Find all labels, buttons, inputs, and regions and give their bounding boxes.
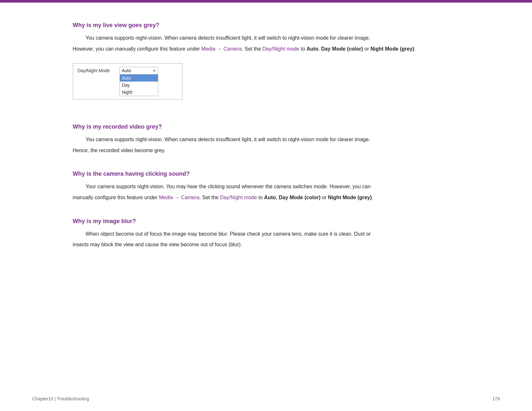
section-body-recorded-video: You camera supports night-vision. When c… [73, 135, 459, 154]
dropdown-widget[interactable]: Auto ▼ Auto Day Night [120, 67, 158, 96]
daynight-link-2[interactable]: Day/Night mode [220, 195, 257, 200]
section-clicking-sound: Why is the camera having clicking sound?… [73, 171, 459, 201]
footer-page-number: 179 [492, 396, 500, 401]
dropdown-option-night[interactable]: Night [120, 89, 158, 96]
footer: Chapter10 | Troubleshooting 179 [0, 396, 532, 401]
dropdown-option-day[interactable]: Day [120, 82, 158, 89]
footer-chapter: Chapter10 | Troubleshooting [32, 396, 89, 401]
media-link-2[interactable]: Media [159, 195, 173, 200]
night-mode-text-1: Night Mode (grey) [370, 46, 414, 52]
dropdown-option-auto[interactable]: Auto [120, 74, 158, 82]
section-title-recorded-video: Why is my recorded video grey? [73, 123, 459, 130]
section-live-view-grey: Why is my live view goes grey? You camer… [73, 22, 459, 107]
section-body-live-view-grey: You camera supports night-vision. When c… [73, 34, 459, 53]
dropdown-options: Auto Day Night [120, 74, 158, 96]
section-body-clicking-sound: Your camera supports night-vision. You m… [73, 182, 459, 201]
section-recorded-video-grey: Why is my recorded video grey? You camer… [73, 123, 459, 154]
paragraph-recorded-1: You camera supports night-vision. When c… [73, 135, 459, 144]
section-title-image-blur: Why is my image blur? [73, 218, 459, 225]
arrow-2: → [173, 195, 181, 200]
camera-link-2[interactable]: Camera [181, 195, 199, 200]
dropdown-arrow-icon: ▼ [153, 69, 156, 73]
paragraph-clicking-1: Your camera supports night-vision. You m… [73, 182, 459, 191]
media-link-1[interactable]: Media [201, 46, 216, 52]
dropdown-select-box[interactable]: Auto ▼ [120, 67, 158, 74]
dropdown-row: Day/Night Mode Auto ▼ Auto Day Night [78, 67, 178, 96]
auto-text-1: Auto [306, 46, 318, 52]
section-title-clicking-sound: Why is the camera having clicking sound? [73, 171, 459, 177]
dropdown-selected-value: Auto [122, 68, 131, 73]
section-title-live-view-grey: Why is my live view goes grey? [73, 22, 459, 29]
day-mode-text-1: Day Mode (color) [321, 46, 363, 52]
dropdown-label: Day/Night Mode [78, 67, 110, 73]
section-body-image-blur: When object become out of focus the imag… [73, 230, 459, 249]
paragraph-1: You camera supports night-vision. When c… [73, 34, 459, 42]
day-mode-text-2: Day Mode (color) [279, 195, 321, 200]
auto-text-2: Auto [264, 195, 276, 200]
daynight-dropdown-container: Day/Night Mode Auto ▼ Auto Day Night [73, 63, 182, 100]
daynight-link-1[interactable]: Day/Night mode [262, 46, 299, 52]
paragraph-blur-2: insects may block the view and cause the… [73, 240, 459, 249]
night-mode-text-2: Night Mode (grey) [328, 195, 372, 200]
section-image-blur: Why is my image blur? When object become… [73, 218, 459, 249]
paragraph-clicking-2: manually configure this feature under Me… [73, 193, 459, 202]
paragraph-recorded-2: Hence, the recorded video become grey. [73, 146, 459, 155]
paragraph-2: However, you can manually configure this… [73, 45, 459, 53]
camera-link-1[interactable]: Camera [223, 46, 242, 52]
arrow-1: → [215, 46, 223, 52]
top-bar [0, 0, 532, 3]
paragraph-blur-1: When object become out of focus the imag… [73, 230, 459, 238]
